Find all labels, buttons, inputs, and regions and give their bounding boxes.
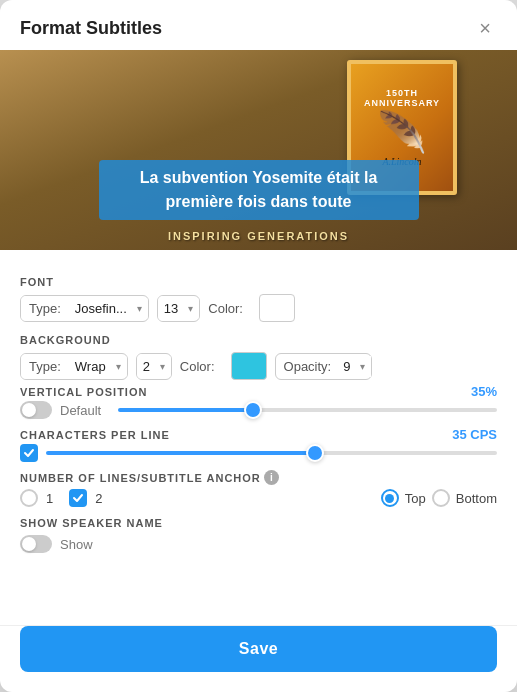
vertical-position-header: VERTICAL POSITION 35% [20, 384, 497, 399]
font-color-picker[interactable] [259, 294, 295, 322]
characters-slider-row [20, 444, 497, 462]
subtitle-text-line2: première fois dans toute [117, 190, 401, 214]
bg-size-chevron[interactable]: ▾ [154, 356, 171, 377]
lines-option2-label: 2 [95, 491, 102, 506]
anchor-bottom-radio[interactable] [432, 489, 450, 507]
stamp-anniversary-text: 150TH ANNIVERSARY [351, 88, 453, 108]
font-type-label: Type: [21, 296, 69, 321]
bg-opacity-value: 9 [339, 354, 354, 379]
close-button[interactable]: × [473, 16, 497, 40]
background-row: Type: Wrap ▾ 2 ▾ Color: Opacity: 9 ▾ [20, 352, 497, 380]
lines-subtitle-header: NUMBER OF LINES/SUBTITLE ANCHOR i [20, 470, 497, 485]
vertical-position-slider-row: Default [20, 401, 497, 419]
anchor-top-radio[interactable] [381, 489, 399, 507]
lines-subtitle-row: 1 2 Top Bottom [20, 489, 497, 507]
font-size-chevron[interactable]: ▾ [182, 298, 199, 319]
bg-size-value: 2 [137, 354, 154, 379]
inspiring-text: INSPIRING GENERATIONS [168, 230, 349, 242]
vertical-position-slider[interactable] [118, 408, 497, 412]
characters-per-line-header: CHARACTERS PER LINE 35 CPS [20, 427, 497, 442]
show-speaker-toggle[interactable] [20, 535, 52, 553]
feather-icon: 🪶 [377, 112, 427, 152]
lines-option1-radio[interactable] [20, 489, 38, 507]
vertical-position-label: VERTICAL POSITION [20, 386, 147, 398]
lines-subtitle-info-icon[interactable]: i [264, 470, 279, 485]
vertical-position-toggle[interactable] [20, 401, 52, 419]
show-speaker-show-label: Show [60, 537, 110, 552]
characters-per-line-label: CHARACTERS PER LINE [20, 429, 170, 441]
lines-option1-label: 1 [46, 491, 53, 506]
bg-opacity-chevron[interactable]: ▾ [354, 356, 371, 377]
font-size-value: 13 [158, 296, 182, 321]
anchor-radio-group: Top Bottom [381, 489, 497, 507]
subtitle-overlay: La subvention Yosemite était la première… [99, 160, 419, 220]
bg-type-select[interactable]: Type: Wrap ▾ [20, 353, 128, 380]
bg-size-select[interactable]: 2 ▾ [136, 353, 172, 380]
bg-color-picker[interactable] [231, 352, 267, 380]
subtitle-text-line1: La subvention Yosemite était la [117, 166, 401, 190]
bg-type-label: Type: [21, 354, 69, 379]
show-speaker-label: SHOW SPEAKER NAME [20, 517, 497, 529]
preview-area: 150TH ANNIVERSARY 🪶 A.Lincoln La subvent… [0, 50, 517, 250]
vertical-position-pct: 35% [471, 384, 497, 399]
lines-option2-checkbox[interactable] [69, 489, 87, 507]
form-area: FONT Type: Josefin... ▾ 13 ▾ Color: BACK… [0, 250, 517, 623]
bg-type-value: Wrap [69, 354, 110, 379]
characters-per-line-cps: 35 CPS [452, 427, 497, 442]
vertical-position-default: Default [60, 403, 110, 418]
bg-opacity-label: Opacity: [276, 354, 340, 379]
modal-title: Format Subtitles [20, 18, 162, 39]
characters-checkbox[interactable] [20, 444, 38, 462]
font-type-chevron[interactable]: ▾ [131, 298, 148, 319]
font-type-value: Josefin... [69, 296, 131, 321]
font-row: Type: Josefin... ▾ 13 ▾ Color: [20, 294, 497, 322]
font-size-select[interactable]: 13 ▾ [157, 295, 200, 322]
font-color-label: Color: [208, 296, 251, 321]
format-subtitles-modal: Format Subtitles × 150TH ANNIVERSARY 🪶 A… [0, 0, 517, 692]
bg-color-label: Color: [180, 354, 223, 379]
bg-opacity-group[interactable]: Opacity: 9 ▾ [275, 353, 373, 380]
anchor-bottom-label: Bottom [456, 491, 497, 506]
modal-header: Format Subtitles × [0, 0, 517, 50]
anchor-top-label: Top [405, 491, 426, 506]
background-section-label: BACKGROUND [20, 334, 497, 346]
characters-per-line-slider[interactable] [46, 451, 497, 455]
lines-subtitle-label: NUMBER OF LINES/SUBTITLE ANCHOR [20, 472, 261, 484]
font-section-label: FONT [20, 276, 497, 288]
font-type-select[interactable]: Type: Josefin... ▾ [20, 295, 149, 322]
bg-type-chevron[interactable]: ▾ [110, 356, 127, 377]
save-button[interactable]: Save [20, 626, 497, 672]
show-speaker-row: Show [20, 535, 497, 553]
